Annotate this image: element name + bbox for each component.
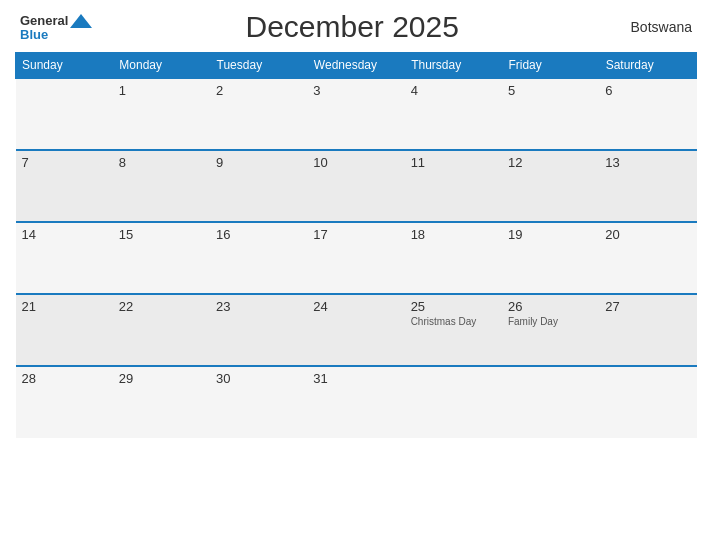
day-number: 13: [605, 155, 690, 170]
calendar-cell: 26Family Day: [502, 294, 599, 366]
day-number: 11: [411, 155, 496, 170]
day-number: 27: [605, 299, 690, 314]
day-number: 19: [508, 227, 593, 242]
calendar-table: Sunday Monday Tuesday Wednesday Thursday…: [15, 52, 697, 438]
logo-general-text: General: [20, 14, 68, 27]
calendar-cell: 25Christmas Day: [405, 294, 502, 366]
calendar-title: December 2025: [92, 10, 612, 44]
calendar-cell: 11: [405, 150, 502, 222]
calendar-cell: 16: [210, 222, 307, 294]
day-number: 7: [22, 155, 107, 170]
calendar-cell: 2: [210, 78, 307, 150]
calendar-cell: 17: [307, 222, 404, 294]
day-number: 15: [119, 227, 204, 242]
calendar-cell: 21: [16, 294, 113, 366]
calendar-cell: 30: [210, 366, 307, 438]
day-number: 20: [605, 227, 690, 242]
calendar-cell: 1: [113, 78, 210, 150]
calendar-cell: [16, 78, 113, 150]
day-number: 28: [22, 371, 107, 386]
day-number: 26: [508, 299, 593, 314]
calendar-week-row: 123456: [16, 78, 697, 150]
day-number: 1: [119, 83, 204, 98]
calendar-cell: 19: [502, 222, 599, 294]
day-number: 4: [411, 83, 496, 98]
calendar-cell: [405, 366, 502, 438]
day-number: 18: [411, 227, 496, 242]
calendar-cell: 8: [113, 150, 210, 222]
day-number: 3: [313, 83, 398, 98]
day-number: 25: [411, 299, 496, 314]
day-number: 2: [216, 83, 301, 98]
header-sunday: Sunday: [16, 53, 113, 79]
calendar-cell: 27: [599, 294, 696, 366]
calendar-cell: 22: [113, 294, 210, 366]
day-number: 10: [313, 155, 398, 170]
calendar-week-row: 14151617181920: [16, 222, 697, 294]
header: General Blue December 2025 Botswana: [15, 10, 697, 44]
day-number: 31: [313, 371, 398, 386]
svg-marker-0: [70, 14, 92, 28]
logo-blue-text: Blue: [20, 28, 48, 41]
calendar-cell: 18: [405, 222, 502, 294]
calendar-cell: 12: [502, 150, 599, 222]
day-number: 14: [22, 227, 107, 242]
weekday-header-row: Sunday Monday Tuesday Wednesday Thursday…: [16, 53, 697, 79]
day-number: 5: [508, 83, 593, 98]
holiday-label: Family Day: [508, 316, 593, 327]
calendar-cell: 24: [307, 294, 404, 366]
calendar-week-row: 2122232425Christmas Day26Family Day27: [16, 294, 697, 366]
calendar-cell: 28: [16, 366, 113, 438]
day-number: 30: [216, 371, 301, 386]
day-number: 16: [216, 227, 301, 242]
calendar-cell: 9: [210, 150, 307, 222]
day-number: 24: [313, 299, 398, 314]
calendar-cell: 31: [307, 366, 404, 438]
day-number: 23: [216, 299, 301, 314]
calendar-cell: 7: [16, 150, 113, 222]
calendar-container: General Blue December 2025 Botswana Sund…: [0, 0, 712, 550]
header-friday: Friday: [502, 53, 599, 79]
calendar-week-row: 28293031: [16, 366, 697, 438]
calendar-cell: 23: [210, 294, 307, 366]
calendar-cell: 14: [16, 222, 113, 294]
day-number: 21: [22, 299, 107, 314]
calendar-cell: [502, 366, 599, 438]
day-number: 22: [119, 299, 204, 314]
calendar-cell: 4: [405, 78, 502, 150]
header-thursday: Thursday: [405, 53, 502, 79]
calendar-cell: 10: [307, 150, 404, 222]
day-number: 29: [119, 371, 204, 386]
calendar-cell: 6: [599, 78, 696, 150]
calendar-cell: [599, 366, 696, 438]
header-saturday: Saturday: [599, 53, 696, 79]
calendar-week-row: 78910111213: [16, 150, 697, 222]
day-number: 6: [605, 83, 690, 98]
holiday-label: Christmas Day: [411, 316, 496, 327]
country-label: Botswana: [612, 19, 692, 35]
calendar-cell: 13: [599, 150, 696, 222]
day-number: 17: [313, 227, 398, 242]
header-monday: Monday: [113, 53, 210, 79]
calendar-cell: 3: [307, 78, 404, 150]
day-number: 12: [508, 155, 593, 170]
calendar-cell: 15: [113, 222, 210, 294]
logo: General Blue: [20, 14, 92, 41]
calendar-cell: 29: [113, 366, 210, 438]
logo-icon: [70, 14, 92, 28]
calendar-cell: 20: [599, 222, 696, 294]
day-number: 9: [216, 155, 301, 170]
calendar-cell: 5: [502, 78, 599, 150]
header-tuesday: Tuesday: [210, 53, 307, 79]
day-number: 8: [119, 155, 204, 170]
header-wednesday: Wednesday: [307, 53, 404, 79]
